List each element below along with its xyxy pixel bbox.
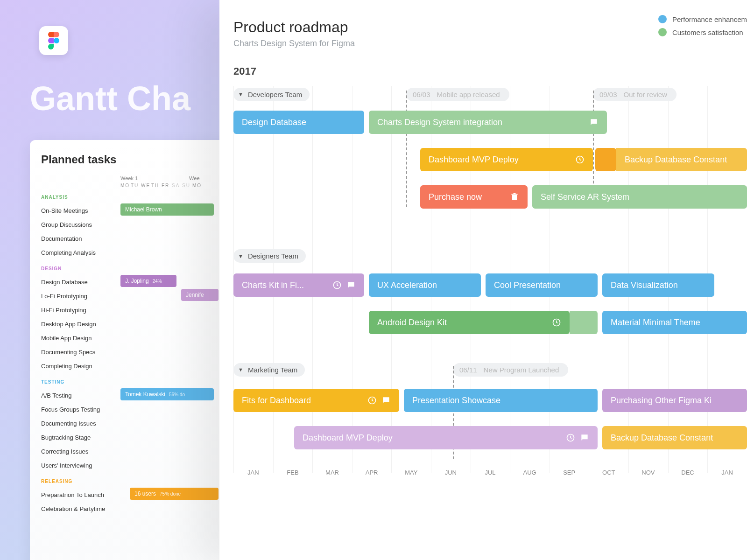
task-row[interactable]: Documenting Specs xyxy=(41,345,219,359)
gantt-bar[interactable]: Charts Kit in Fi... xyxy=(233,273,364,297)
figma-icon xyxy=(48,32,60,49)
clock-icon[interactable] xyxy=(566,433,575,442)
section-design: DESIGN xyxy=(41,266,219,271)
task-row[interactable]: Preparatrion To Launch16 users75% done xyxy=(41,488,219,502)
legend-item: Customers satisfaction xyxy=(658,28,747,36)
gantt-bar[interactable]: Self Service AR System xyxy=(532,185,747,209)
task-bar[interactable]: Jennife xyxy=(181,289,218,301)
gantt-bar[interactable]: Android Design Kit xyxy=(369,311,570,334)
gantt-bar[interactable]: Backup Database Constant xyxy=(616,148,747,171)
task-row[interactable]: Mobile App Design xyxy=(41,331,219,345)
days-row: MOTUWETHFRSASUMO xyxy=(120,183,219,188)
gantt-bar[interactable] xyxy=(570,311,598,334)
month-labels: JANFEBMARAPRMAYJUNJULAUGSEPOCTNOVDECJAN xyxy=(233,469,747,476)
legend-dot-blue xyxy=(658,15,667,23)
group-developers[interactable]: ▼Developers Team xyxy=(233,88,310,101)
task-row[interactable]: Hi-Fi Prototyping xyxy=(41,303,219,317)
chevron-down-icon: ▼ xyxy=(238,367,243,372)
group-designers[interactable]: ▼Designers Team xyxy=(233,249,306,263)
task-row[interactable]: Completing Analysis xyxy=(41,245,219,259)
gantt-bar[interactable]: Purchase now xyxy=(420,185,528,209)
section-releasing: RELEASING xyxy=(41,479,219,484)
milestone[interactable]: 09/03Out for review xyxy=(593,88,677,101)
section-analysis: ANALYSIS xyxy=(41,195,219,200)
task-row[interactable]: Users' Interviewing xyxy=(41,458,219,472)
legend: Performance enhancem Customers satisfact… xyxy=(658,15,747,41)
gantt-bar[interactable]: Design Database xyxy=(233,111,364,134)
background-title: Gantt Cha xyxy=(30,79,190,118)
task-row[interactable]: A/B TestingTomek Kuwalski56% do xyxy=(41,388,219,402)
legend-item: Performance enhancem xyxy=(658,15,747,23)
task-row[interactable]: Group Discussions xyxy=(41,217,219,231)
timeline: ▼Developers Team 06/03Mobile app release… xyxy=(233,86,747,492)
comment-icon[interactable] xyxy=(381,396,391,405)
planned-tasks-card: Planned tasks Week 1 Wee MOTUWETHFRSASUM… xyxy=(30,140,231,560)
task-row[interactable]: Celebration & Partytime xyxy=(41,502,219,516)
gantt-bar[interactable]: Purchasing Other Figma Ki xyxy=(602,389,747,412)
trash-icon[interactable] xyxy=(510,192,519,202)
chevron-down-icon: ▼ xyxy=(238,91,243,97)
task-bar[interactable]: J. Jopling24% xyxy=(120,275,176,287)
figma-logo-chip xyxy=(39,26,68,55)
task-bar[interactable]: Michael Brown xyxy=(120,203,214,216)
task-row[interactable]: Correcting Issues xyxy=(41,444,219,458)
year-label: 2017 xyxy=(233,65,747,77)
task-bar[interactable]: 16 users75% done xyxy=(130,488,218,500)
task-bar[interactable]: Tomek Kuwalski56% do xyxy=(120,388,214,400)
task-row[interactable]: Bugtracking Stage xyxy=(41,430,219,444)
milestone[interactable]: 06/03Mobile app released xyxy=(406,88,509,101)
gantt-bar[interactable]: Cool Presentation xyxy=(486,273,598,297)
comment-icon[interactable] xyxy=(346,280,356,290)
gantt-bar[interactable]: Dashboard MVP Deploy xyxy=(294,426,598,449)
gantt-bar[interactable]: UX Acceleration xyxy=(369,273,481,297)
clock-icon[interactable] xyxy=(575,155,585,164)
gantt-bar[interactable]: Data Visualization xyxy=(602,273,714,297)
gantt-bar[interactable]: Backup Database Constant xyxy=(602,426,747,449)
legend-dot-green xyxy=(658,28,667,36)
gantt-bar[interactable]: Dashboard MVP Deploy xyxy=(420,148,593,171)
section-testing: TESTING xyxy=(41,379,219,385)
task-row[interactable]: Design DatabaseJ. Jopling24% xyxy=(41,275,219,289)
task-row[interactable]: Desktop App Design xyxy=(41,317,219,331)
gantt-bar[interactable] xyxy=(595,148,616,171)
gantt-bar[interactable]: Charts Design System integration xyxy=(369,111,607,134)
gantt-bar[interactable]: Presentation Showcase xyxy=(404,389,598,412)
comment-icon[interactable] xyxy=(580,433,589,442)
task-row[interactable]: Lo-Fi PrototypingJennife xyxy=(41,289,219,303)
roadmap-panel: Product roadmap Charts Design System for… xyxy=(219,0,747,560)
clock-icon[interactable] xyxy=(552,318,561,327)
svg-point-0 xyxy=(54,38,59,43)
clock-icon[interactable] xyxy=(332,280,342,290)
task-row[interactable]: Documentation xyxy=(41,231,219,245)
group-marketing[interactable]: ▼Marketing Team xyxy=(233,363,305,377)
gantt-bar[interactable]: Material Minimal Theme xyxy=(602,311,747,334)
clock-icon[interactable] xyxy=(367,396,377,405)
gantt-bar[interactable]: Fits for Dashboard xyxy=(233,389,399,412)
comment-icon[interactable] xyxy=(589,118,599,127)
task-row[interactable]: Focus Groups Testing xyxy=(41,402,219,416)
chevron-down-icon: ▼ xyxy=(238,253,243,259)
planned-tasks-title: Planned tasks xyxy=(41,153,219,166)
task-row[interactable]: Documenting Issues xyxy=(41,416,219,430)
milestone[interactable]: 06/11New Program Launched xyxy=(453,363,568,377)
task-row[interactable]: On-Site MeetingsMichael Brown xyxy=(41,203,219,217)
week-header: Week 1 Wee xyxy=(120,175,219,181)
task-row[interactable]: Completing Design xyxy=(41,359,219,373)
